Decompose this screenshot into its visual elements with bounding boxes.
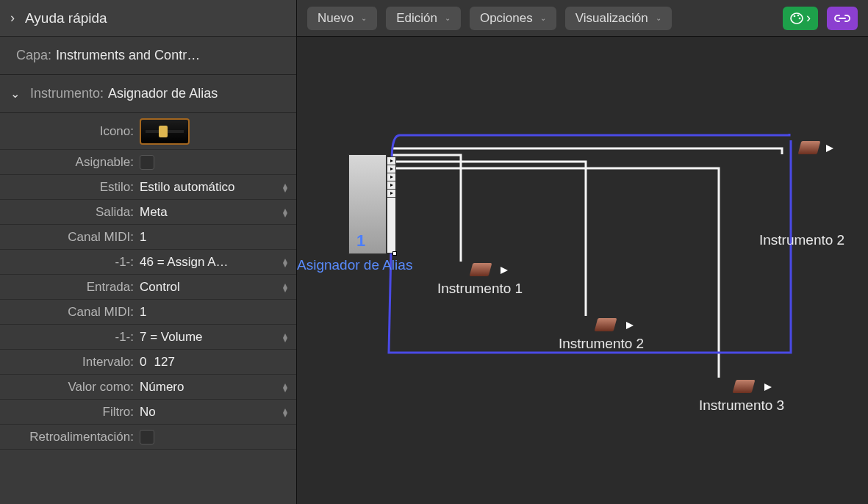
menu-nuevo[interactable]: Nuevo⌄ [307, 7, 377, 30]
link-icon [834, 12, 850, 24]
prop-valor-como-value: Número [140, 380, 184, 395]
stepper-icon[interactable]: ▴▾ [283, 333, 287, 342]
prop-icono: Icono: [0, 113, 296, 150]
prop-neg1-b[interactable]: -1-: 7 = Volume ▴▾ [0, 325, 296, 350]
prop-neg1-b-value: 7 = Volume [140, 330, 203, 345]
palette-button[interactable]: › [783, 7, 818, 30]
instrument-icon[interactable] [733, 380, 756, 393]
prop-canal-midi-2[interactable]: Canal MIDI: 1 [0, 300, 296, 325]
chevron-down-icon: ⌄ [445, 14, 451, 22]
prop-intervalo-min: 0 [140, 355, 146, 370]
flag-icon [626, 322, 634, 329]
instrument-value: Asignador de Alias [108, 86, 218, 101]
chevron-down-icon: ⌄ [656, 14, 661, 22]
instrument-section-header[interactable]: ⌄ Instrumento: Asignador de Alias [0, 75, 296, 113]
prop-canal-midi-2-label: Canal MIDI: [0, 305, 140, 320]
stepper-icon[interactable]: ▴▾ [283, 283, 287, 292]
prop-intervalo[interactable]: Intervalo: 0 127 [0, 350, 296, 375]
flag-icon [501, 267, 508, 274]
menu-opciones[interactable]: Opciones⌄ [470, 7, 556, 30]
menu-edicion[interactable]: Edición⌄ [386, 7, 461, 30]
node-instr2-label[interactable]: Instrumento 2 [559, 336, 644, 352]
chevron-down-icon: ⌄ [361, 14, 367, 22]
retro-checkbox[interactable] [140, 430, 154, 444]
instrument-icon[interactable] [470, 263, 492, 276]
prop-intervalo-label: Intervalo: [0, 355, 140, 370]
node-instr3-label[interactable]: Instrumento 3 [699, 397, 784, 414]
prop-canal-midi-1-value: 1 [140, 230, 146, 245]
instrument-label: Instrumento: [30, 86, 104, 101]
stepper-icon[interactable]: ▴▾ [283, 208, 287, 217]
prop-retro-label: Retroalimentación: [0, 430, 140, 444]
stepper-icon[interactable]: ▴▾ [283, 258, 287, 267]
environment-canvas[interactable]: 1 ▸▸▸▸▸ Asignador de Alias Instrumento 1… [297, 37, 868, 504]
prop-valor-como-label: Valor como: [0, 380, 140, 395]
link-button[interactable] [827, 7, 858, 30]
stepper-icon[interactable]: ▴▾ [283, 408, 287, 417]
prop-filtro-label: Filtro: [0, 405, 140, 420]
prop-neg1-b-label: -1-: [0, 330, 140, 345]
node-instr1-label[interactable]: Instrumento 1 [437, 281, 523, 297]
svg-point-3 [799, 17, 801, 19]
flag-icon [764, 384, 772, 391]
icon-preview[interactable] [140, 118, 190, 145]
prop-estilo-value: Estilo automático [140, 180, 234, 195]
stepper-icon[interactable]: ▴▾ [283, 183, 287, 192]
alias-port-strip[interactable]: ▸▸▸▸▸ [387, 156, 396, 253]
instrument-icon[interactable] [595, 318, 617, 331]
flag-icon [826, 145, 833, 152]
prop-filtro-value: No [140, 405, 156, 420]
svg-point-2 [797, 14, 800, 16]
layer-value: Instruments and Contr… [56, 48, 200, 63]
quick-help-header[interactable]: › Ayuda rápida [0, 0, 296, 37]
prop-estilo[interactable]: Estilo: Estilo automático ▴▾ [0, 175, 296, 200]
prop-asignable: Asignable: [0, 150, 296, 175]
prop-salida[interactable]: Salida: Meta ▴▾ [0, 200, 296, 225]
prop-valor-como[interactable]: Valor como: Número ▴▾ [0, 375, 296, 400]
alias-index: 1 [356, 231, 365, 251]
layer-row[interactable]: Capa: Instruments and Contr… [0, 37, 296, 75]
prop-asignable-label: Asignable: [0, 155, 140, 170]
prop-estilo-label: Estilo: [0, 180, 140, 195]
prop-salida-value: Meta [140, 205, 168, 220]
prop-entrada-label: Entrada: [0, 280, 140, 295]
prop-entrada-value: Control [140, 280, 180, 295]
prop-canal-midi-1-label: Canal MIDI: [0, 230, 140, 245]
node-alias-label[interactable]: Asignador de Alias [297, 257, 412, 273]
chevron-down-icon: ⌄ [540, 14, 546, 22]
prop-neg1-a-value: 46 = Assign A… [140, 255, 229, 270]
svg-point-1 [794, 15, 796, 17]
node-instr2r-label[interactable]: Instrumento 2 [759, 232, 844, 248]
instrument-icon[interactable] [798, 141, 821, 154]
node-alias-assigner[interactable]: 1 ▸▸▸▸▸ [348, 154, 387, 254]
menu-visualizacion[interactable]: Visualización⌄ [565, 7, 672, 30]
prop-filtro[interactable]: Filtro: No ▴▾ [0, 400, 296, 425]
prop-neg1-a-label: -1-: [0, 255, 140, 270]
chevron-right-icon[interactable]: › [10, 10, 15, 26]
quick-help-title: Ayuda rápida [25, 10, 107, 26]
svg-point-0 [791, 13, 803, 24]
prop-retroalimentacion: Retroalimentación: [0, 425, 296, 450]
palette-icon [790, 12, 805, 25]
prop-canal-midi-2-value: 1 [140, 305, 146, 320]
prop-canal-midi-1[interactable]: Canal MIDI: 1 [0, 225, 296, 250]
prop-icono-label: Icono: [0, 124, 140, 139]
chevron-down-icon[interactable]: ⌄ [10, 87, 20, 101]
inspector-panel: › Ayuda rápida Capa: Instruments and Con… [0, 0, 297, 504]
stepper-icon[interactable]: ▴▾ [283, 383, 287, 392]
prop-entrada[interactable]: Entrada: Control ▴▾ [0, 275, 296, 300]
layer-label: Capa: [16, 48, 51, 63]
toolbar: Nuevo⌄ Edición⌄ Opciones⌄ Visualización⌄… [297, 0, 868, 37]
asignable-checkbox[interactable] [140, 155, 154, 170]
prop-salida-label: Salida: [0, 205, 140, 220]
resize-handle-icon[interactable] [392, 251, 397, 256]
prop-neg1-a[interactable]: -1-: 46 = Assign A… ▴▾ [0, 250, 296, 275]
prop-intervalo-max: 127 [154, 355, 174, 370]
